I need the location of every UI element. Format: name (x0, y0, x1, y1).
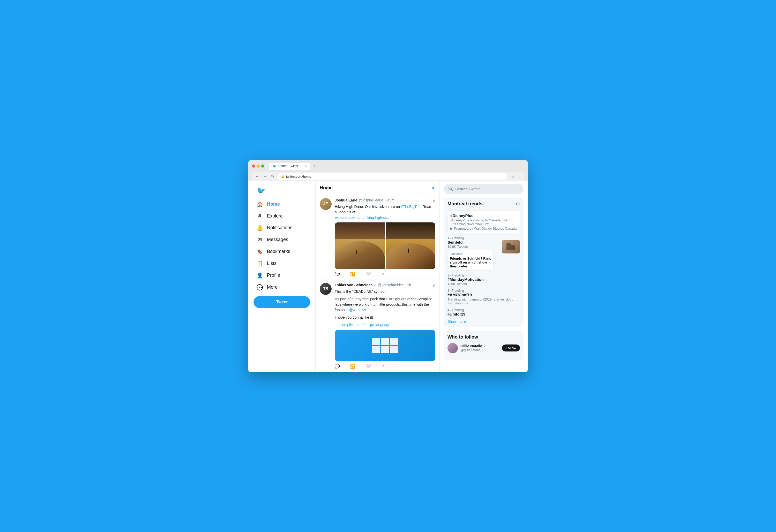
tweet-link-preview-tobias[interactable] (335, 330, 435, 361)
trend-item-mondaymotivation[interactable]: 2 · Trending #MondayMotivation 125K Twee… (447, 274, 520, 286)
sidebar-item-label-lists: Lists (267, 261, 276, 266)
trend-sub-disneyplus: #DisneyPlus is coming to Canada. Start S… (450, 218, 517, 226)
trend-seinfeld-row: Seinfeld 10.9K Tweets Television Friends… (447, 240, 520, 271)
trend-rank-num-unifor: 4 (447, 308, 449, 312)
trend-name-unifor: #Unifor19 (447, 312, 520, 316)
nav-back-button[interactable]: ← (254, 174, 260, 179)
tweet-compose-button[interactable]: Tweet (253, 296, 310, 308)
search-box[interactable]: 🔍 Search Twitter (444, 184, 524, 194)
trend-rank-num-amoconf: 3 (447, 289, 449, 293)
trend-item-disneyplus[interactable]: #DisneyPlus #DisneyPlus is coming to Can… (447, 210, 520, 233)
trend-item-amoconf[interactable]: 3 · Trending #AMOConf19 Trending with: #… (447, 289, 520, 305)
trend-label-monday: Trending (452, 274, 464, 277)
sidebar-item-profile[interactable]: 👤 Profile (253, 270, 310, 281)
retweet-button-joshua[interactable]: 🔁 (350, 272, 355, 277)
reply-button-tobias[interactable]: 💬 (335, 364, 340, 369)
like-button-tobias[interactable]: 🤍 (366, 364, 371, 369)
trend-item-unifor[interactable]: 4 · Trending #Unifor19 (447, 308, 520, 316)
tweet-image-2[interactable] (386, 222, 436, 269)
follow-item-1: Gillie Natalie ✓ @gillienatalie Follow (447, 343, 520, 353)
dot-red[interactable] (252, 165, 255, 168)
sidebar-item-notifications[interactable]: 🔔 Notifications (253, 222, 310, 233)
trend-tweets-monday: 125K Tweets (447, 282, 520, 286)
trend-label-seinfeld: Trending (452, 236, 464, 240)
preview-category: Television (450, 252, 491, 256)
tweet-mention-webalys[interactable]: @webalys (349, 308, 366, 312)
sidebar-item-messages[interactable]: ✉ Messages (253, 234, 310, 245)
address-bar[interactable]: 🔒 twitter.com/home (277, 173, 507, 180)
trend-promo-disneyplus: ▶ Promoted by Walt Disney Studios Canada (450, 226, 517, 230)
nav-reload-button[interactable]: ↻ (270, 174, 275, 179)
trend-rank-amoconf: 3 · Trending (447, 289, 520, 293)
browser-dots (252, 165, 264, 168)
trends-settings-icon[interactable]: ⚙ (516, 201, 520, 207)
like-button-joshua[interactable]: 🤍 (366, 272, 371, 277)
tweet-hashtag-bigtrip[interactable]: #TheBigTrip (401, 205, 421, 209)
tweet-arrow-tobias: → (335, 323, 338, 327)
dot-yellow[interactable] (256, 165, 260, 168)
tweet-link-row-tobias: → semplice.com/design-language (335, 322, 435, 328)
nav-forward-button[interactable]: → (262, 174, 268, 179)
tweet-link-joshua[interactable]: explorehuper.com/hiking-high-du... (335, 215, 390, 219)
tab-favicon: 🐦 (272, 164, 277, 168)
sidebar-item-label-home: Home (267, 201, 280, 207)
address-text: twitter.com/home (286, 175, 312, 178)
tweet-link-semplice[interactable]: semplice.com/design-language (340, 323, 390, 327)
tweet-header-tobias: Tobias van Schneider ✓ @vanschneider · 1… (335, 283, 435, 288)
retweet-button-tobias[interactable]: 🔁 (350, 364, 355, 369)
trend-label-unifor: Trending (452, 308, 464, 312)
tweet-time-tobias: · (405, 283, 406, 287)
desert-scene-2 (386, 222, 436, 269)
feed-title: Home (320, 185, 333, 191)
sidebar-item-explore[interactable]: # Explore (253, 210, 310, 222)
sidebar-item-home[interactable]: 🏠 Home (253, 199, 310, 210)
share-button-joshua[interactable]: ↗ (381, 272, 385, 277)
browser-tabs-row: 🐦 Home / Twitter × + (252, 163, 524, 170)
follow-name-1: Gillie Natalie (460, 344, 482, 348)
reply-button-joshua[interactable]: 💬 (335, 272, 340, 277)
tweet-avatar-joshua[interactable]: JE (320, 198, 332, 210)
profile-icon: 👤 (256, 272, 263, 279)
who-to-follow-title: Who to follow (447, 334, 520, 340)
trend-item-seinfeld[interactable]: 1 · Trending Seinfeld 10.9K Tweets Telev… (447, 236, 520, 271)
semplice-grid (372, 338, 398, 353)
sidebar-item-bookmarks[interactable]: 🔖 Bookmarks (253, 246, 310, 257)
tweet-avatar-tobias[interactable]: TS (320, 283, 332, 295)
sparkle-button[interactable]: ✦ (431, 185, 435, 191)
silhouette-1 (507, 243, 511, 250)
trend-label-amoconf: Trending (452, 289, 464, 293)
promo-icon: ▶ (450, 226, 453, 230)
browser-menu-button[interactable]: ⋮ (517, 174, 522, 179)
main-feed: Home ✦ JE Joshua Earle @joshua_earle · 4… (316, 181, 440, 372)
follow-button-1[interactable]: Follow (502, 345, 520, 351)
browser-tab-active[interactable]: 🐦 Home / Twitter × (269, 163, 311, 170)
dot-green[interactable] (261, 165, 264, 168)
tab-title: Home / Twitter (278, 164, 298, 168)
new-tab-button[interactable]: + (313, 164, 317, 168)
desert-sky-2 (386, 222, 436, 241)
sidebar-item-more[interactable]: ⋯ More (253, 282, 310, 293)
tab-close-button[interactable]: × (305, 165, 307, 168)
bookmarks-star-button[interactable]: ☆ (511, 174, 515, 179)
sidebar-item-label-explore: Explore (267, 213, 283, 219)
tweet-text4-span: I hope you gonna like it! (335, 315, 373, 319)
follow-info-1: Gillie Natalie ✓ @gillienatalie (460, 344, 500, 352)
verified-badge-tobias: ✓ (374, 283, 376, 287)
trend-sub-amoconf: Trending with: #amoconf2019, premier dou… (447, 298, 520, 305)
trend-rank-num-monday: 2 (447, 274, 449, 277)
browser-addressbar-row: ← → ↻ 🔒 twitter.com/home ☆ ⋮ (252, 172, 524, 181)
sidebar-item-lists[interactable]: 📋 Lists (253, 258, 310, 269)
trend-preview-img-seinfeld (502, 240, 520, 253)
link-preview-image (335, 330, 435, 361)
tweet-more-joshua[interactable]: ∨ (432, 198, 435, 203)
show-more-trends[interactable]: Show more (447, 319, 520, 324)
desert-scene-1 (335, 222, 385, 269)
tweet-age-joshua: 45m (387, 198, 394, 202)
twitter-logo[interactable]: 🐦 (253, 184, 310, 198)
tweet-image-1[interactable] (335, 222, 385, 269)
tweet-more-tobias[interactable]: ∨ (432, 283, 435, 288)
share-button-tobias[interactable]: ↗ (381, 364, 385, 369)
tweet-text-before-hashtag: Hiking High Dune. Our first adventure on (335, 205, 401, 209)
tweet-header-joshua: Joshua Earle @joshua_earle · 45m ∨ (335, 198, 435, 203)
tweet-text1-tobias: This is the "DEADLINE" symbol. (335, 290, 386, 294)
